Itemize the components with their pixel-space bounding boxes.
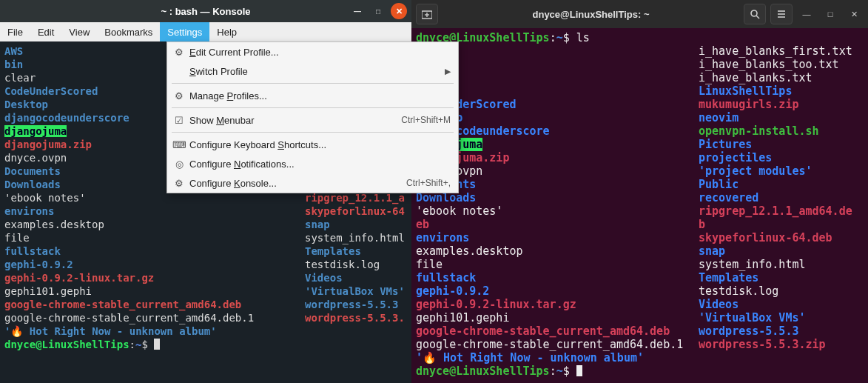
- prompt-line[interactable]: dnyce@LinuxShellTips:~$: [4, 338, 407, 351]
- ls-entry: 'VirtualBox VMs': [699, 311, 806, 324]
- menu-item-label: Switch Profile: [186, 66, 445, 77]
- konsole-menubar: FileEditViewBookmarksSettingsHelp: [0, 22, 411, 41]
- ls-entry: Documents: [4, 165, 61, 177]
- ls-entry: LinuxShellTips: [699, 84, 792, 98]
- ls-entry: fullstack: [4, 245, 61, 257]
- ls-entry: file: [4, 232, 30, 244]
- cursor: [154, 339, 160, 350]
- menu-item-icon: ◎: [172, 159, 186, 170]
- menu-help[interactable]: Help: [209, 22, 244, 41]
- ls-entry: gephi101.gephi: [416, 311, 509, 324]
- ls-entry: 'VirtualBox VMs': [305, 285, 405, 297]
- ls-entry: Videos: [305, 272, 343, 284]
- konsole-titlebar[interactable]: ~ : bash — Konsole: [0, 0, 411, 22]
- ls-entry: recovered: [699, 191, 758, 204]
- menu-item-configure-notifications[interactable]: ◎Configure Notifications...: [167, 154, 458, 173]
- ls-entry: wordpress-5.5.3: [699, 324, 798, 338]
- ls-entry: i_have_blanks_too.txt: [699, 58, 839, 71]
- menu-item-show-menubar[interactable]: ☑Show MenubarCtrl+Shift+M: [167, 110, 458, 130]
- konsole-window-controls: [349, 0, 407, 22]
- ls-entry: djangojuma: [4, 125, 67, 137]
- ls-entry: examples.desktop: [4, 219, 104, 230]
- hamburger-menu-button[interactable]: [770, 4, 793, 24]
- ls-entry: mukumugirls.zip: [699, 98, 798, 111]
- ls-entry: '🔥 Hot Right Now - unknown album': [416, 351, 644, 364]
- ls-entry: testdisk.log: [305, 259, 380, 270]
- ls-entry: skypeforlinux-64.deb: [699, 231, 832, 244]
- menu-item-label: Configure Konsole...: [186, 178, 406, 189]
- ls-entry: environs: [4, 205, 54, 217]
- menu-item-manage-profiles[interactable]: ⚙Manage Profiles...: [167, 86, 458, 105]
- menu-item-icon: ⚙: [172, 90, 186, 101]
- ls-entry: djangocodeunderscore: [4, 112, 129, 124]
- konsole-window: ~ : bash — Konsole FileEditViewBookmarks…: [0, 0, 411, 383]
- menu-item-switch-profile[interactable]: Switch Profile▶: [167, 61, 458, 81]
- ls-entry: wordpress-5.5.3.zip: [699, 338, 826, 351]
- ls-entry: 'project modules': [699, 164, 813, 178]
- maximize-button[interactable]: [370, 3, 386, 19]
- ls-entry: google-chrome-stable_current_amd64.deb: [416, 324, 670, 338]
- cursor: [576, 365, 582, 376]
- menu-item-label: Show Menubar: [186, 115, 401, 126]
- ls-entry: gephi-0.9.2: [4, 259, 73, 270]
- menu-item-configure-konsole[interactable]: ⚙Configure Konsole...Ctrl+Shift+,: [167, 173, 458, 193]
- ls-entry: gephi-0.9.2-linux.tar.gz: [416, 298, 576, 311]
- menu-item-icon: ⌨: [172, 139, 186, 150]
- gnome-terminal-body[interactable]: dnyce@LinuxShellTips:~$ lsa.out AWS bin …: [411, 28, 868, 383]
- close-button[interactable]: [844, 4, 864, 24]
- search-button[interactable]: [744, 4, 766, 24]
- menu-item-accelerator: Ctrl+Shift+M: [401, 115, 451, 125]
- menu-item-edit-current-profile[interactable]: ⚙Edit Current Profile...: [167, 42, 458, 61]
- gnome-terminal-window: dnyce@LinuxShellTips: ~ dnyce@LinuxShell…: [411, 0, 868, 383]
- ls-entry: gephi101.gephi: [4, 285, 92, 297]
- menu-item-label: Edit Current Profile...: [186, 47, 451, 58]
- ls-entry: bin: [4, 59, 23, 70]
- menu-item-label: Configure Keyboard Shortcuts...: [186, 139, 451, 150]
- prompt-line[interactable]: dnyce@LinuxShellTips:~$: [416, 364, 699, 378]
- maximize-button[interactable]: [821, 4, 840, 24]
- ls-entry: 'ebook notes': [416, 204, 502, 218]
- ls-entry: Public: [699, 178, 739, 191]
- ls-entry: wordpress-5.5.3.: [305, 312, 405, 324]
- new-tab-button[interactable]: [416, 4, 438, 24]
- ls-entry: i_have_blanks.txt: [699, 71, 813, 84]
- ls-entry: eb: [416, 218, 429, 231]
- menu-item-accelerator: Ctrl+Shift+,: [406, 178, 451, 188]
- ls-entry: i_have_blanks_first.txt: [699, 44, 852, 58]
- gnome-headerbar[interactable]: dnyce@LinuxShellTips: ~: [411, 0, 868, 28]
- submenu-arrow-icon: ▶: [445, 67, 451, 76]
- ls-entry: b: [699, 218, 705, 231]
- konsole-title: ~ : bash — Konsole: [161, 6, 251, 17]
- ls-entry: wordpress-5.5.3: [305, 299, 398, 310]
- ls-entry: Desktop: [4, 99, 48, 110]
- ls-entry: neovim: [699, 111, 739, 124]
- menu-bookmarks[interactable]: Bookmarks: [97, 22, 160, 41]
- menu-item-icon: ⚙: [172, 178, 186, 189]
- menu-item-configure-keyboard-shortcuts[interactable]: ⌨Configure Keyboard Shortcuts...: [167, 135, 458, 154]
- close-button[interactable]: [391, 3, 407, 19]
- settings-dropdown-menu: ⚙Edit Current Profile...Switch Profile▶⚙…: [166, 41, 459, 193]
- menu-separator: [172, 83, 454, 84]
- svg-line-4: [756, 16, 759, 19]
- menu-edit[interactable]: Edit: [30, 22, 61, 41]
- ls-entry: system_info.html: [305, 232, 405, 244]
- menu-settings[interactable]: Settings: [160, 22, 209, 41]
- minimize-button[interactable]: [797, 4, 816, 24]
- menu-view[interactable]: View: [61, 22, 97, 41]
- ls-entry: system_info.html: [699, 258, 806, 271]
- ls-entry: fullstack: [416, 271, 476, 284]
- ls-entry: testdisk.log: [699, 284, 778, 298]
- command-text: ls: [576, 31, 590, 44]
- ls-entry: ripgrep_12.1.1_amd64.de: [699, 204, 852, 218]
- menu-separator: [172, 132, 454, 133]
- minimize-button[interactable]: [349, 3, 366, 19]
- ls-entry: google-chrome-stable_current_amd64.deb.1: [4, 312, 254, 324]
- svg-point-3: [751, 10, 757, 16]
- ls-entry: examples.desktop: [416, 244, 523, 258]
- menu-file[interactable]: File: [0, 22, 30, 41]
- ls-entry: 'ebook notes': [4, 192, 86, 204]
- menu-item-icon: ⚙: [172, 47, 186, 58]
- ls-entry: google-chrome-stable_current_amd64.deb: [4, 299, 241, 310]
- menu-item-icon: ☑: [172, 115, 186, 126]
- ls-entry: clear: [4, 72, 36, 84]
